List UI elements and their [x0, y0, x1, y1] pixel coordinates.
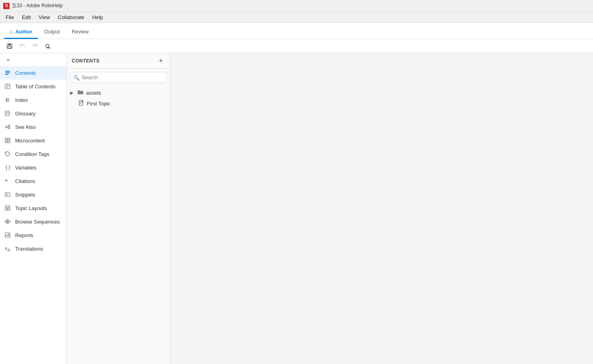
- sidebar-item-label-microcontent: Microcontent: [15, 138, 45, 144]
- contents-panel-title: CONTENTS: [72, 58, 100, 64]
- undo-button[interactable]: [17, 41, 28, 52]
- svg-point-39: [5, 221, 6, 222]
- sidebar-item-label-condition-tags: Condition Tags: [15, 151, 49, 157]
- see-also-icon: [4, 123, 11, 130]
- add-content-button[interactable]: +: [157, 56, 165, 65]
- svg-point-41: [9, 221, 10, 222]
- glossary-icon: [4, 110, 11, 117]
- browse-sequences-icon: [4, 218, 11, 225]
- sidebar-item-toc[interactable]: Table of Contents: [0, 80, 67, 93]
- sidebar-item-label-topic-layouts: Topic Layouts: [15, 205, 47, 211]
- svg-point-29: [6, 152, 7, 153]
- sidebar-item-glossary[interactable]: Glossary: [0, 107, 67, 120]
- tree-folder-assets[interactable]: ▶ assets: [67, 88, 170, 98]
- folder-assets-label: assets: [86, 90, 101, 96]
- svg-rect-6: [5, 71, 10, 72]
- svg-rect-7: [5, 72, 10, 73]
- sidebar-item-snippets[interactable]: Snippets: [0, 188, 67, 201]
- svg-text:あ: あ: [7, 248, 11, 252]
- title-bar: 五 五33 - Adobe RoboHelp: [0, 0, 593, 12]
- file-first-topic-label: First Topic: [87, 101, 110, 107]
- svg-rect-38: [8, 208, 10, 210]
- svg-rect-25: [5, 138, 7, 140]
- microcontent-icon: [4, 137, 11, 144]
- sidebar-item-microcontent[interactable]: Microcontent: [0, 134, 67, 147]
- contents-icon: [4, 69, 11, 76]
- toc-icon: [4, 83, 11, 90]
- sidebar-item-citations[interactable]: ❝ Citations: [0, 174, 67, 188]
- home-icon: ⌂: [10, 28, 13, 35]
- sidebar-item-index[interactable]: Index: [0, 93, 67, 107]
- svg-rect-1: [8, 44, 11, 45]
- svg-rect-28: [8, 141, 10, 143]
- chevron-right-icon: ▶: [70, 90, 76, 95]
- save-button[interactable]: [4, 41, 15, 52]
- find-button[interactable]: [42, 41, 53, 52]
- sidebar-item-label-contents: Contents: [15, 70, 36, 76]
- search-input[interactable]: [70, 72, 167, 83]
- search-icon: 🔍: [73, 74, 80, 80]
- sidebar-item-variables[interactable]: {} Variables: [0, 161, 67, 174]
- file-icon: [78, 100, 85, 107]
- svg-rect-27: [5, 141, 7, 143]
- index-icon: [4, 96, 11, 103]
- sidebar-item-contents[interactable]: Contents: [0, 66, 67, 80]
- svg-point-20: [6, 126, 8, 128]
- reports-icon: [4, 232, 11, 239]
- sidebar-item-label-browse-sequences: Browse Sequences: [15, 219, 60, 225]
- menu-collaborate[interactable]: Collaborate: [54, 13, 88, 22]
- main-layout: « Contents Tabl: [0, 53, 593, 364]
- contents-panel: CONTENTS + 🔍 ▶ assets: [67, 53, 170, 364]
- redo-button[interactable]: [29, 41, 41, 52]
- sidebar-item-label-see-also: See Also: [15, 124, 35, 130]
- svg-point-21: [8, 125, 10, 127]
- svg-text:{}: {}: [5, 165, 11, 171]
- menu-view[interactable]: View: [35, 13, 54, 22]
- sidebar-item-label-variables: Variables: [15, 165, 36, 171]
- sidebar-item-label-reports: Reports: [15, 232, 33, 238]
- sidebar-item-label-index: Index: [15, 97, 28, 103]
- file-tree: ▶ assets: [67, 86, 170, 364]
- svg-point-40: [7, 219, 8, 221]
- main-content: [170, 53, 593, 364]
- sidebar-item-condition-tags[interactable]: Condition Tags: [0, 147, 67, 161]
- toolbar: [0, 39, 593, 53]
- left-sidebar: « Contents Tabl: [0, 53, 67, 364]
- tab-review[interactable]: Review: [66, 25, 94, 39]
- menu-help[interactable]: Help: [88, 13, 107, 22]
- collapse-sidebar-button[interactable]: «: [0, 53, 13, 66]
- citations-icon: ❝: [4, 177, 11, 185]
- snippets-icon: [4, 191, 11, 198]
- tab-bar: ⌂Author Output Review: [0, 23, 593, 39]
- svg-rect-37: [5, 208, 7, 210]
- sidebar-item-reports[interactable]: Reports: [0, 228, 67, 242]
- sidebar-item-see-also[interactable]: See Also: [0, 120, 67, 134]
- condition-tags-icon: [4, 150, 11, 158]
- menu-edit[interactable]: Edit: [18, 13, 35, 22]
- tree-file-first-topic[interactable]: First Topic: [67, 98, 170, 109]
- sidebar-item-topic-layouts[interactable]: Topic Layouts: [0, 201, 67, 215]
- sidebar-item-label-citations: Citations: [15, 178, 35, 184]
- svg-line-23: [8, 126, 9, 127]
- search-box: 🔍: [70, 72, 167, 83]
- translations-icon: A あ: [4, 245, 11, 252]
- tab-author[interactable]: ⌂Author: [4, 25, 38, 39]
- svg-rect-32: [5, 193, 10, 197]
- svg-rect-2: [8, 46, 11, 48]
- sidebar-item-label-snippets: Snippets: [15, 192, 35, 198]
- sidebar-item-label-translations: Translations: [15, 246, 43, 252]
- svg-rect-35: [6, 193, 7, 195]
- sidebar-item-label-glossary: Glossary: [15, 111, 35, 117]
- svg-rect-8: [5, 74, 8, 75]
- sidebar-item-label-toc: Table of Contents: [15, 84, 55, 90]
- folder-icon: [77, 89, 84, 97]
- svg-rect-36: [5, 206, 10, 207]
- tab-output[interactable]: Output: [39, 25, 65, 39]
- svg-line-24: [8, 127, 9, 128]
- sidebar-item-translations[interactable]: A あ Translations: [0, 242, 67, 255]
- svg-text:❝: ❝: [5, 178, 8, 184]
- svg-point-22: [8, 127, 10, 129]
- contents-header: CONTENTS +: [67, 53, 170, 69]
- sidebar-item-browse-sequences[interactable]: Browse Sequences: [0, 215, 67, 228]
- menu-file[interactable]: File: [2, 13, 18, 22]
